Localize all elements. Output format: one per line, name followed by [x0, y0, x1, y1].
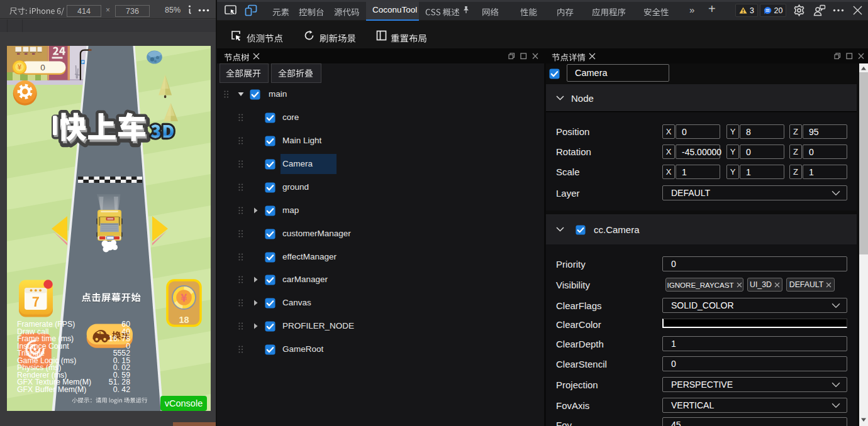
svg-text:18: 18: [179, 315, 189, 325]
svg-text:0: 0: [40, 63, 45, 72]
svg-text:vConsole: vConsole: [165, 398, 203, 408]
svg-text:GFX Buffer Mem(M): GFX Buffer Mem(M): [17, 385, 86, 394]
svg-text:0. 42: 0. 42: [113, 385, 131, 394]
svg-text:P: P: [82, 60, 84, 64]
